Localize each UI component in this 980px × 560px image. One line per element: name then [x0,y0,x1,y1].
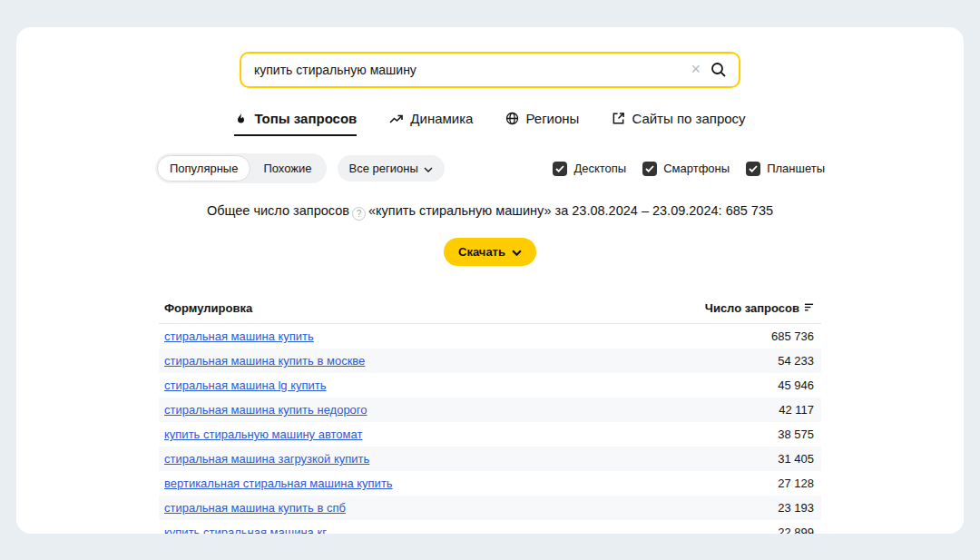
table-row: стиральная машина купить в спб 23 193 [159,496,821,520]
checkbox-label: Десктопы [573,162,626,175]
column-header-count-label: Число запросов [705,301,799,315]
wordstat-card: × Топы запросов Ди [16,27,964,534]
globe-icon [505,112,519,125]
checkbox-checked-icon [746,162,760,176]
query-count: 27 128 [778,476,814,490]
tab-label: Сайты по запросу [632,111,745,126]
tab-label: Топы запросов [254,111,357,126]
summary-query: «купить стиральную машину» [368,203,552,218]
phrase-link[interactable]: купить стиральная машина кг [164,526,327,534]
total-queries-summary: Общее число запросов?«купить стиральную … [16,203,964,221]
tab-sites[interactable]: Сайты по запросу [612,111,745,136]
table-row: стиральная машина купить 685 736 [159,324,821,349]
summary-label: Общее число запросов [207,203,349,218]
trend-icon [389,113,404,125]
column-header-phrase: Формулировка [164,301,252,315]
checkbox-tablets[interactable]: Планшеты [746,162,825,176]
query-count: 45 946 [778,378,814,392]
phrase-link[interactable]: стиральная машина загрузкой купить [164,452,369,466]
filter-bar: Популярные Похожие Все регионы Д [155,153,825,183]
device-filters: Десктопы Смартфоны Планшеты [553,162,825,176]
table-row: стиральная машина загрузкой купить 31 40… [159,447,821,471]
tab-top-queries[interactable]: Топы запросов [234,111,357,136]
download-button[interactable]: Скачать [444,238,536,266]
regions-dropdown[interactable]: Все регионы [338,155,445,182]
tab-label: Регионы [525,111,579,126]
query-count: 685 736 [771,329,814,343]
tab-label: Динамика [410,111,473,126]
query-count: 38 575 [778,427,814,441]
tab-dynamics[interactable]: Динамика [389,111,473,136]
query-count: 22 899 [778,526,814,534]
search-input[interactable] [254,63,691,77]
regions-dropdown-label: Все регионы [349,162,418,175]
checkbox-checked-icon [642,162,657,176]
chevron-down-icon [424,162,433,175]
tab-bar: Топы запросов Динамика Регионы [16,111,964,136]
checkbox-label: Смартфоны [663,162,730,175]
table-row: вертикальная стиральная машина купить 27… [159,471,821,496]
table-row: стиральная машина купить в москве 54 233 [159,349,821,373]
popular-similar-toggle: Популярные Похожие [155,153,327,183]
table-header: Формулировка Число запросов [159,296,821,324]
query-count: 42 117 [779,403,814,417]
chevron-down-icon [512,245,522,259]
checkbox-smartphones[interactable]: Смартфоны [642,162,730,176]
phrase-link[interactable]: купить стиральную машину автомат [164,427,362,441]
external-link-icon [612,112,625,125]
phrase-link[interactable]: стиральная машина купить в спб [164,501,346,515]
tab-regions[interactable]: Регионы [505,111,579,136]
query-count: 23 193 [778,501,814,515]
phrase-link[interactable]: стиральная машина купить недорого [164,403,368,417]
table-row: купить стиральную машину автомат 38 575 [159,422,821,447]
search-icon[interactable] [710,61,728,79]
toggle-similar[interactable]: Похожие [250,155,324,182]
clear-icon[interactable]: × [691,61,710,79]
queries-table: Формулировка Число запросов стиральная м… [159,296,821,534]
checkbox-label: Планшеты [767,162,825,175]
query-count: 54 233 [778,354,814,368]
phrase-link[interactable]: стиральная машина купить [164,329,314,343]
sort-icon [804,301,814,315]
download-button-label: Скачать [458,245,505,259]
table-row: стиральная машина lg купить 45 946 [159,373,821,398]
phrase-link[interactable]: вертикальная стиральная машина купить [164,476,393,490]
phrase-link[interactable]: стиральная машина lg купить [164,378,327,392]
checkbox-desktops[interactable]: Десктопы [553,162,626,176]
flame-icon [234,112,248,126]
table-row: стиральная машина купить недорого 42 117 [159,398,821,422]
toggle-popular[interactable]: Популярные [157,155,250,182]
phrase-link[interactable]: стиральная машина купить в москве [164,354,365,368]
help-icon[interactable]: ? [352,207,366,221]
checkbox-checked-icon [553,162,567,176]
query-count: 31 405 [778,452,814,466]
summary-period: за 23.08.2024 – 23.09.2024: [555,203,722,218]
search-box: × [240,52,740,88]
table-row: купить стиральная машина кг 22 899 [159,520,821,534]
column-header-count[interactable]: Число запросов [705,301,814,315]
summary-total: 685 735 [726,203,773,218]
